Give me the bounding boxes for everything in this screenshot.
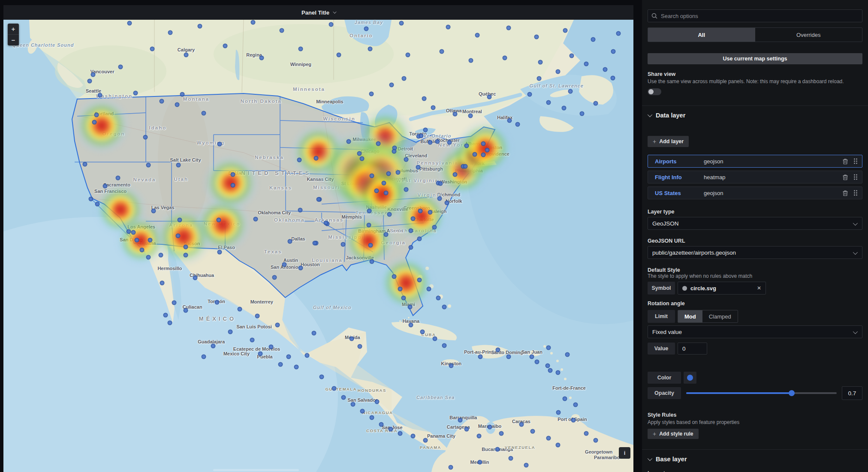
- airport-marker[interactable]: [428, 140, 432, 144]
- rotation-value-mode-select[interactable]: Fixed value: [648, 325, 862, 338]
- airport-marker[interactable]: [570, 54, 574, 58]
- airport-marker[interactable]: [616, 31, 621, 36]
- airport-marker[interactable]: [102, 184, 107, 189]
- airport-marker[interactable]: [392, 149, 396, 154]
- layer-type-select[interactable]: GeoJSON: [648, 217, 862, 230]
- airport-marker[interactable]: [163, 313, 168, 317]
- airport-marker[interactable]: [282, 262, 287, 267]
- airport-marker[interactable]: [127, 229, 131, 234]
- airport-marker[interactable]: [379, 422, 384, 427]
- airport-marker[interactable]: [298, 46, 303, 51]
- airport-marker[interactable]: [336, 53, 341, 57]
- tab-all[interactable]: All: [648, 28, 755, 42]
- airport-marker[interactable]: [446, 24, 451, 29]
- airport-marker[interactable]: [370, 173, 374, 178]
- search-options-input[interactable]: [648, 9, 862, 22]
- airport-marker[interactable]: [610, 76, 615, 81]
- airport-marker[interactable]: [127, 21, 132, 26]
- airport-marker[interactable]: [453, 172, 458, 177]
- airport-marker[interactable]: [160, 281, 165, 286]
- airport-marker[interactable]: [488, 424, 492, 429]
- airport-marker[interactable]: [573, 402, 578, 407]
- airport-marker[interactable]: [410, 216, 415, 221]
- airport-marker[interactable]: [389, 82, 394, 87]
- drag-handle-icon[interactable]: [853, 190, 858, 196]
- airport-marker[interactable]: [357, 151, 362, 156]
- airport-marker[interactable]: [383, 191, 388, 195]
- airport-marker[interactable]: [375, 400, 380, 404]
- share-view-toggle[interactable]: [648, 88, 661, 95]
- airport-marker[interactable]: [481, 141, 486, 146]
- airport-marker[interactable]: [478, 354, 483, 359]
- airport-marker[interactable]: [568, 89, 573, 93]
- airport-marker[interactable]: [272, 275, 277, 280]
- airport-marker[interactable]: [159, 253, 163, 257]
- airport-marker[interactable]: [555, 69, 560, 74]
- airport-marker[interactable]: [431, 105, 435, 110]
- airport-marker[interactable]: [95, 202, 99, 207]
- airport-marker[interactable]: [392, 274, 396, 279]
- airport-marker[interactable]: [217, 250, 222, 255]
- airport-marker[interactable]: [151, 209, 156, 213]
- layer-name[interactable]: Flight Info: [655, 174, 704, 180]
- slider-thumb[interactable]: [789, 390, 795, 396]
- airport-marker[interactable]: [288, 239, 292, 244]
- airport-marker[interactable]: [140, 247, 145, 252]
- airport-marker[interactable]: [255, 314, 260, 319]
- rotation-option-mod[interactable]: Mod: [678, 310, 702, 322]
- airport-marker[interactable]: [269, 344, 274, 349]
- airport-marker[interactable]: [535, 359, 539, 364]
- airport-marker[interactable]: [89, 196, 93, 201]
- airport-marker[interactable]: [530, 354, 534, 359]
- airport-marker[interactable]: [409, 228, 413, 233]
- airport-marker[interactable]: [143, 135, 148, 140]
- airport-marker[interactable]: [250, 337, 255, 342]
- airport-marker[interactable]: [417, 236, 422, 241]
- airport-marker[interactable]: [183, 244, 188, 249]
- airport-marker[interactable]: [176, 162, 181, 167]
- base-layer-section-header[interactable]: Base layer: [648, 456, 862, 463]
- airport-marker[interactable]: [538, 60, 542, 65]
- use-current-map-settings-button[interactable]: Use current map settings: [648, 53, 862, 64]
- airport-marker[interactable]: [463, 164, 467, 168]
- airport-marker[interactable]: [368, 46, 372, 51]
- airport-marker[interactable]: [468, 113, 473, 118]
- airport-marker[interactable]: [159, 99, 164, 103]
- airport-marker[interactable]: [563, 28, 568, 33]
- airport-marker[interactable]: [329, 22, 333, 27]
- airport-marker[interactable]: [468, 58, 473, 63]
- airport-marker[interactable]: [442, 304, 447, 309]
- airport-marker[interactable]: [387, 212, 392, 216]
- map-zoom-in-button[interactable]: +: [8, 24, 19, 34]
- airport-marker[interactable]: [228, 329, 232, 334]
- airport-marker[interactable]: [410, 433, 415, 438]
- airport-marker[interactable]: [402, 76, 407, 81]
- airport-marker[interactable]: [183, 308, 188, 313]
- airport-marker[interactable]: [133, 90, 138, 95]
- airport-marker[interactable]: [562, 105, 567, 110]
- airport-marker[interactable]: [534, 35, 539, 39]
- map-zoom-out-button[interactable]: −: [8, 35, 19, 45]
- data-layer-section-header[interactable]: Data layer: [648, 112, 862, 119]
- airport-marker[interactable]: [404, 187, 408, 192]
- airport-marker[interactable]: [90, 72, 95, 77]
- airport-marker[interactable]: [175, 234, 180, 238]
- airport-marker[interactable]: [370, 415, 374, 420]
- airport-marker[interactable]: [495, 447, 500, 452]
- airport-marker[interactable]: [237, 307, 242, 312]
- airport-marker[interactable]: [359, 156, 364, 161]
- airport-marker[interactable]: [458, 418, 463, 422]
- add-style-rule-button[interactable]: + Add style rule: [648, 429, 699, 439]
- layer-name[interactable]: Airports: [655, 158, 704, 165]
- airport-marker[interactable]: [297, 158, 302, 162]
- airport-marker[interactable]: [593, 438, 598, 443]
- rotation-option-clamped[interactable]: Clamped: [702, 310, 738, 322]
- panel-header[interactable]: Panel Title: [3, 5, 633, 20]
- trash-icon[interactable]: [842, 158, 848, 165]
- airport-marker[interactable]: [508, 456, 513, 461]
- airport-marker[interactable]: [565, 352, 570, 357]
- airport-marker[interactable]: [584, 431, 588, 436]
- airport-marker[interactable]: [464, 427, 469, 431]
- airport-marker[interactable]: [180, 92, 185, 97]
- airport-marker[interactable]: [367, 209, 372, 213]
